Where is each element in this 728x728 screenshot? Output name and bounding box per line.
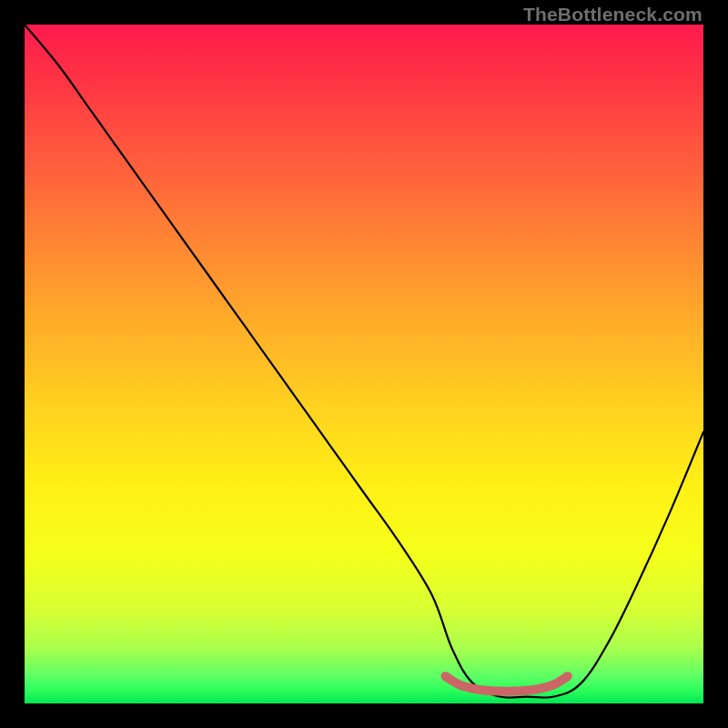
chart-container: TheBottleneck.com	[0, 0, 728, 728]
bottleneck-curve	[25, 25, 703, 698]
watermark-text: TheBottleneck.com	[523, 4, 703, 25]
optimal-marker	[446, 676, 568, 692]
plot-area	[25, 25, 703, 703]
curve-overlay	[25, 25, 703, 703]
